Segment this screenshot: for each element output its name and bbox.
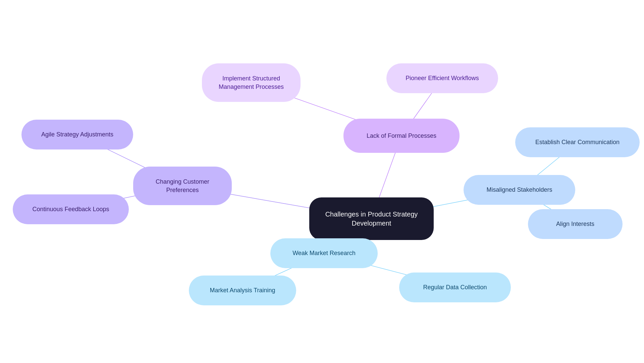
pioneer-efficient-node: Pioneer Efficient Workflows: [386, 63, 498, 93]
changing-customer-node: Changing Customer Preferences: [133, 167, 232, 205]
align-interests-node: Align Interests: [528, 209, 623, 239]
misaligned-stakeholders-node: Misaligned Stakeholders: [464, 175, 575, 205]
lack-formal-node: Lack of Formal Processes: [343, 119, 460, 153]
regular-data-node: Regular Data Collection: [399, 273, 511, 302]
agile-strategy-node: Agile Strategy Adjustments: [21, 120, 133, 149]
mind-map: Challenges in Product Strategy Developme…: [0, 0, 644, 363]
establish-clear-node: Establish Clear Communication: [515, 127, 640, 157]
center-node: Challenges in Product Strategy Developme…: [309, 197, 434, 240]
weak-market-node: Weak Market Research: [270, 238, 378, 268]
implement-structured-node: Implement Structured Management Processe…: [202, 63, 301, 102]
market-analysis-node: Market Analysis Training: [189, 276, 296, 305]
continuous-feedback-node: Continuous Feedback Loops: [13, 194, 129, 224]
